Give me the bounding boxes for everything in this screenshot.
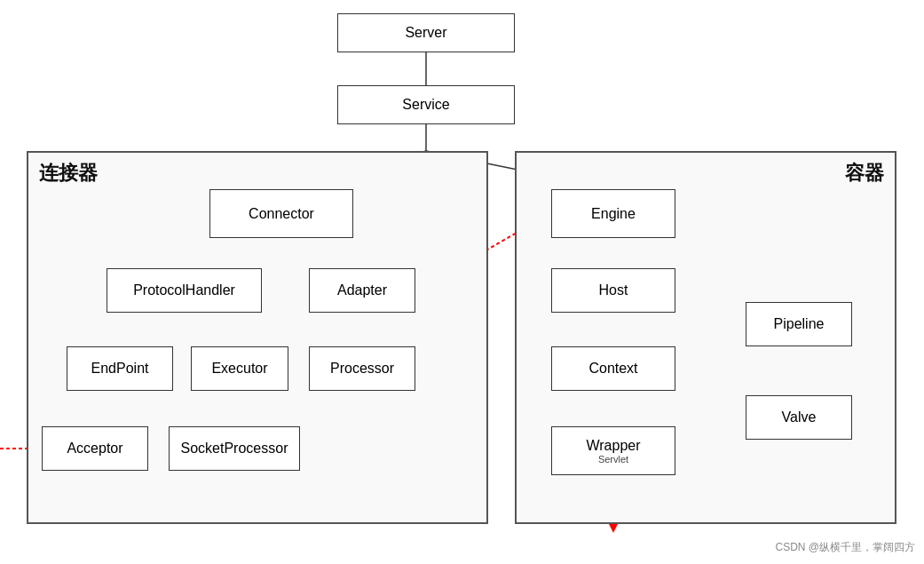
server-box: Server [337, 13, 515, 52]
executor-label: Executor [211, 361, 267, 377]
endpoint-box: EndPoint [67, 346, 173, 391]
valve-label: Valve [782, 409, 817, 425]
container-panel-label: 容器 [845, 160, 884, 187]
acceptor-box: Acceptor [42, 426, 148, 471]
svg-marker-42 [609, 524, 618, 533]
service-label: Service [402, 97, 449, 113]
valve-box: Valve [746, 395, 852, 440]
processor-label: Processor [330, 361, 394, 377]
context-box: Context [551, 346, 675, 391]
engine-label: Engine [591, 206, 636, 222]
socket-processor-label: SocketProcessor [181, 441, 288, 457]
service-box: Service [337, 85, 515, 124]
wrapper-box: Wrapper Servlet [551, 426, 675, 475]
connector-panel-label: 连接器 [39, 160, 98, 187]
watermark: CSDN @纵横千里，掌阔四方 [775, 540, 915, 555]
host-box: Host [551, 268, 675, 313]
context-label: Context [588, 361, 637, 377]
engine-box: Engine [551, 189, 675, 238]
wrapper-label: Wrapper [586, 438, 640, 454]
adapter-label: Adapter [337, 282, 387, 298]
protocol-handler-label: ProtocolHandler [133, 282, 235, 298]
servlet-label: Servlet [598, 454, 628, 465]
diagram-container: 连接器 容器 Server Service Connector Protocol… [0, 0, 924, 564]
protocol-handler-box: ProtocolHandler [107, 268, 262, 313]
adapter-box: Adapter [309, 268, 415, 313]
connector-box: Connector [209, 189, 353, 238]
connector-label: Connector [249, 206, 314, 222]
executor-box: Executor [191, 346, 288, 391]
server-label: Server [405, 25, 446, 41]
acceptor-label: Acceptor [67, 441, 122, 457]
processor-box: Processor [309, 346, 415, 391]
pipeline-box: Pipeline [746, 302, 852, 346]
pipeline-label: Pipeline [774, 316, 825, 332]
host-label: Host [599, 282, 628, 298]
endpoint-label: EndPoint [91, 361, 149, 377]
socket-processor-box: SocketProcessor [169, 426, 300, 471]
